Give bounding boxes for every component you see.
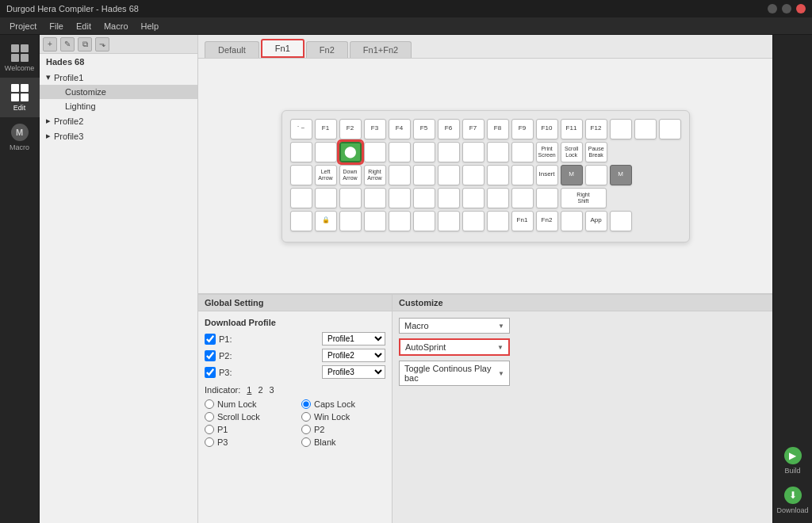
tree-export-btn[interactable]: ⬎: [95, 37, 109, 52]
key-r2-8[interactable]: [462, 142, 485, 162]
key-f6[interactable]: F6: [438, 119, 460, 139]
tab-default[interactable]: Default: [205, 41, 259, 58]
key-r4-8[interactable]: [462, 188, 485, 208]
minimize-btn[interactable]: [768, 4, 777, 13]
key-r3-6[interactable]: [413, 165, 435, 185]
profile-p3-checkbox[interactable]: [205, 367, 216, 378]
menu-help[interactable]: Help: [135, 20, 166, 32]
key-f9[interactable]: F9: [511, 119, 534, 139]
key-fn1[interactable]: Fn1: [511, 211, 534, 231]
sidebar-item-edit[interactable]: Edit: [0, 78, 40, 117]
key-r2-1[interactable]: [290, 142, 312, 162]
sidebar-item-download[interactable]: ⬇ Download: [773, 480, 813, 520]
maximize-btn[interactable]: [782, 4, 791, 13]
key-extra3[interactable]: [659, 119, 681, 139]
key-left-arrow[interactable]: LeftArrow: [315, 165, 337, 185]
menu-edit[interactable]: Edit: [70, 20, 98, 32]
key-r4-6[interactable]: [413, 188, 435, 208]
tab-fn1[interactable]: Fn1: [261, 39, 304, 58]
tree-copy-btn[interactable]: ⧉: [78, 37, 92, 52]
key-r2-6[interactable]: [413, 142, 435, 162]
key-highlighted[interactable]: ⬤: [339, 142, 362, 162]
menu-project[interactable]: Project: [3, 20, 43, 32]
key-r5-1[interactable]: [290, 211, 312, 231]
key-r4-11[interactable]: [536, 188, 558, 208]
key-extra1[interactable]: [610, 119, 632, 139]
key-r3-5[interactable]: [389, 165, 411, 185]
radio-p3-input[interactable]: [205, 437, 214, 447]
indicator-3[interactable]: 3: [270, 385, 274, 395]
key-fn2[interactable]: Fn2: [536, 211, 558, 231]
profile-p3-select[interactable]: Profile3: [322, 365, 385, 379]
profile-p2-select[interactable]: Profile2: [322, 349, 385, 362]
key-f7[interactable]: F7: [462, 119, 485, 139]
key-insert[interactable]: Insert: [536, 165, 558, 185]
radio-p2-input[interactable]: [301, 425, 311, 434]
tree-add-btn[interactable]: +: [43, 37, 57, 52]
key-r4-1[interactable]: [290, 188, 312, 208]
autosprint-dropdown[interactable]: AutoSprint ▼: [399, 338, 510, 356]
key-r4-10[interactable]: [511, 188, 534, 208]
key-f4[interactable]: F4: [389, 119, 411, 139]
toggle-dropdown[interactable]: Toggle Continous Play bac ▼: [399, 361, 510, 386]
radio-scrolllock-input[interactable]: [205, 412, 214, 422]
profile-p1-checkbox[interactable]: [205, 334, 216, 345]
tree-profile2[interactable]: ▸ Profile2: [40, 113, 197, 128]
sidebar-item-build[interactable]: ▶ Build: [773, 441, 813, 480]
profile-p2-checkbox[interactable]: [205, 350, 216, 361]
radio-numlock-input[interactable]: [205, 399, 214, 409]
key-f1[interactable]: F1: [315, 119, 337, 139]
key-r2-2[interactable]: [315, 142, 337, 162]
close-btn[interactable]: [796, 4, 806, 13]
key-r5-8[interactable]: [462, 211, 485, 231]
radio-p1-input[interactable]: [205, 425, 214, 434]
key-f2[interactable]: F2: [339, 119, 362, 139]
key-r3-9[interactable]: [487, 165, 509, 185]
indicator-1[interactable]: 1: [247, 385, 251, 395]
key-r3-8[interactable]: [462, 165, 485, 185]
key-r3-7[interactable]: [438, 165, 460, 185]
tree-profile3[interactable]: ▸ Profile3: [40, 128, 197, 143]
key-m1[interactable]: M: [561, 165, 583, 185]
key-right-shift[interactable]: RightShift: [561, 188, 607, 208]
radio-capslock-input[interactable]: [301, 399, 311, 409]
key-r4-3[interactable]: [339, 188, 362, 208]
key-f12[interactable]: F12: [585, 119, 607, 139]
key-f5[interactable]: F5: [413, 119, 435, 139]
key-f3[interactable]: F3: [364, 119, 386, 139]
indicator-2[interactable]: 2: [258, 385, 262, 395]
key-r2-9[interactable]: [487, 142, 509, 162]
key-down-arrow[interactable]: DownArrow: [339, 165, 362, 185]
tab-fn2[interactable]: Fn2: [306, 41, 348, 58]
key-r4-4[interactable]: [364, 188, 386, 208]
key-tilde[interactable]: ` ~: [290, 119, 312, 139]
key-r3-1[interactable]: [290, 165, 312, 185]
key-r2-7[interactable]: [438, 142, 460, 162]
key-r3-10[interactable]: [511, 165, 534, 185]
tree-customize[interactable]: Customize: [40, 85, 197, 99]
key-m2[interactable]: M: [610, 165, 632, 185]
key-print-screen[interactable]: PrintScreen: [536, 142, 558, 162]
key-r2-10[interactable]: [511, 142, 534, 162]
sidebar-item-welcome[interactable]: Welcome: [0, 38, 40, 78]
radio-blank-input[interactable]: [301, 437, 311, 447]
key-r2-5[interactable]: [389, 142, 411, 162]
key-lock[interactable]: 🔒: [315, 211, 337, 231]
radio-winlock-input[interactable]: [301, 412, 311, 422]
key-r5-6[interactable]: [413, 211, 435, 231]
key-r4-9[interactable]: [487, 188, 509, 208]
key-extra2[interactable]: [634, 119, 657, 139]
key-r5-7[interactable]: [438, 211, 460, 231]
key-f11[interactable]: F11: [561, 119, 583, 139]
menu-file[interactable]: File: [43, 20, 70, 32]
key-scroll-lock[interactable]: ScrollLock: [561, 142, 583, 162]
key-r3-13[interactable]: [585, 165, 607, 185]
key-f10[interactable]: F10: [536, 119, 558, 139]
key-r5-5[interactable]: [389, 211, 411, 231]
key-r4-7[interactable]: [438, 188, 460, 208]
key-r5-3[interactable]: [339, 211, 362, 231]
key-f8[interactable]: F8: [487, 119, 509, 139]
key-r5-4[interactable]: [364, 211, 386, 231]
key-r5-14[interactable]: [610, 211, 632, 231]
key-app[interactable]: App: [585, 211, 607, 231]
